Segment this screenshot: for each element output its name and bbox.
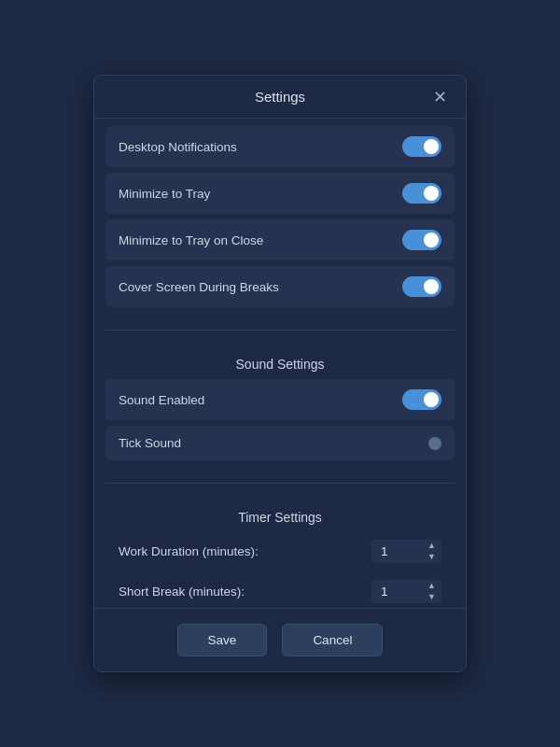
work-duration-up[interactable]: ▲ (426, 541, 438, 551)
short-break-label: Short Break (minutes): (119, 585, 245, 599)
work-duration-input-wrapper: ▲ ▼ (371, 540, 441, 563)
toggle-row-cover-screen: Cover Screen During Breaks (105, 266, 455, 307)
short-break-spinner: ▲ ▼ (426, 581, 438, 602)
work-duration-spinner: ▲ ▼ (426, 541, 438, 562)
dialog-header: Settings ✕ (94, 76, 466, 119)
settings-dialog: Settings ✕ Desktop Notifications Minimiz… (93, 75, 467, 672)
toggle-label-desktop-notifications: Desktop Notifications (119, 140, 237, 154)
toggle-sound-enabled[interactable] (402, 389, 441, 410)
toggle-minimize-to-tray[interactable] (402, 183, 441, 204)
dialog-body: Desktop Notifications Minimize to Tray (94, 119, 466, 608)
toggle-row-desktop-notifications: Desktop Notifications (105, 126, 455, 167)
sound-section-heading: Sound Settings (105, 347, 455, 379)
toggle-label-minimize-to-tray: Minimize to Tray (119, 187, 210, 201)
close-button[interactable]: ✕ (427, 87, 453, 107)
toggle-cover-screen[interactable] (402, 276, 441, 297)
short-break-down[interactable]: ▼ (426, 592, 438, 602)
toggle-label-sound-enabled: Sound Enabled (119, 393, 204, 407)
timer-section-heading: Timer Settings (105, 500, 455, 532)
dialog-footer: Save Cancel (94, 608, 466, 671)
save-button[interactable]: Save (177, 624, 268, 656)
work-duration-row: Work Duration (minutes): ▲ ▼ (105, 532, 455, 571)
toggle-label-minimize-to-tray-on-close: Minimize to Tray on Close (119, 233, 263, 247)
notifications-section: Desktop Notifications Minimize to Tray (94, 119, 466, 320)
tick-sound-label: Tick Sound (119, 436, 181, 450)
tick-sound-row: Tick Sound (105, 426, 455, 460)
divider-timer (105, 483, 455, 484)
cancel-button[interactable]: Cancel (282, 624, 383, 656)
toggle-row-minimize-to-tray: Minimize to Tray (105, 173, 455, 214)
sound-section: Sound Settings Sound Enabled Tick Sound (94, 340, 466, 473)
toggle-row-minimize-to-tray-on-close: Minimize to Tray on Close (105, 219, 455, 261)
short-break-row: Short Break (minutes): ▲ ▼ (105, 572, 455, 608)
dialog-title: Settings (255, 89, 305, 105)
short-break-up[interactable]: ▲ (426, 581, 438, 591)
divider-sound (105, 330, 455, 331)
short-break-input-wrapper: ▲ ▼ (371, 580, 441, 603)
toggle-desktop-notifications[interactable] (402, 136, 441, 157)
work-duration-down[interactable]: ▼ (426, 552, 438, 562)
work-duration-label: Work Duration (minutes): (119, 544, 259, 558)
toggle-row-sound-enabled: Sound Enabled (105, 379, 455, 420)
timer-section: Timer Settings Work Duration (minutes): … (94, 493, 466, 608)
toggle-label-cover-screen: Cover Screen During Breaks (119, 280, 279, 294)
toggle-minimize-to-tray-on-close[interactable] (402, 230, 441, 250)
tick-sound-indicator (428, 437, 441, 450)
